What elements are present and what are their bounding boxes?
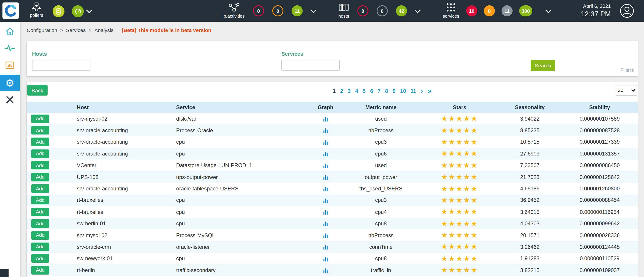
add-button[interactable]: Add <box>31 254 49 263</box>
business-activities-chevron-down-icon[interactable] <box>310 7 316 13</box>
graph-icon[interactable] <box>323 186 328 192</box>
add-button[interactable]: Add <box>31 219 49 228</box>
graph-icon[interactable] <box>323 209 328 215</box>
sidebar-item-monitoring[interactable] <box>0 40 20 56</box>
add-button[interactable]: Add <box>31 161 49 170</box>
graph-cell[interactable] <box>310 244 341 250</box>
page-link-5[interactable]: 5 <box>362 88 366 94</box>
page-link-8[interactable]: 8 <box>385 88 388 94</box>
graph-cell[interactable] <box>310 186 341 192</box>
poller-latency-status[interactable] <box>52 5 64 17</box>
topbar-services[interactable]: services <box>440 2 462 18</box>
next-page-icon[interactable]: › <box>421 88 423 93</box>
graph-icon[interactable] <box>323 244 328 250</box>
topbar-hosts[interactable]: hosts <box>334 2 354 18</box>
user-menu[interactable] <box>620 4 634 20</box>
service-cell: traffic-secondary <box>172 267 310 274</box>
graph-cell[interactable] <box>310 127 341 134</box>
services-filter-input[interactable] <box>281 60 340 71</box>
service-cell: cpu <box>172 139 310 145</box>
page-link-11[interactable]: 11 <box>410 88 416 94</box>
service-cell: ups-output-power <box>172 174 310 180</box>
host-cell: UPS-108 <box>74 174 172 180</box>
add-button[interactable]: Add <box>31 196 49 205</box>
add-button[interactable]: Add <box>31 208 49 216</box>
back-button[interactable]: Back <box>27 85 48 96</box>
graph-cell[interactable] <box>310 267 341 274</box>
page-link-10[interactable]: 10 <box>400 88 406 94</box>
hosts-filter-input[interactable] <box>32 60 90 71</box>
centreon-logo[interactable] <box>2 2 19 19</box>
sidebar-item-administration[interactable] <box>0 91 20 108</box>
table-row: Add srv-oracle-crm oracle-listener connT… <box>27 241 638 253</box>
graph-cell[interactable] <box>310 197 341 204</box>
topbar-business-activities[interactable]: b.activities <box>217 2 251 18</box>
graph-cell[interactable] <box>310 162 341 169</box>
graph-icon[interactable] <box>323 139 328 145</box>
status-badge[interactable]: 300 <box>519 5 532 16</box>
page-link-7[interactable]: 7 <box>378 88 380 94</box>
graph-cell[interactable] <box>310 220 341 227</box>
sidebar-collapse-button[interactable] <box>0 269 9 277</box>
add-button[interactable]: Add <box>31 126 49 135</box>
graph-icon[interactable] <box>323 174 328 180</box>
status-badge[interactable]: 8 <box>484 5 495 16</box>
add-button[interactable]: Add <box>31 266 49 275</box>
stability-cell: 0.000000131357 <box>561 151 638 157</box>
add-button[interactable]: Add <box>31 149 49 158</box>
status-badge[interactable]: 0 <box>272 5 284 16</box>
sidebar-item-home[interactable] <box>0 23 20 40</box>
services-chevron-down-icon[interactable] <box>546 7 551 13</box>
last-page-icon[interactable]: » <box>428 88 431 93</box>
page-size-select[interactable]: 30 <box>616 85 637 96</box>
graph-cell[interactable] <box>310 174 341 180</box>
add-button[interactable]: Add <box>31 114 49 123</box>
graph-icon[interactable] <box>323 221 328 227</box>
status-badge[interactable]: 42 <box>396 5 407 16</box>
graph-icon[interactable] <box>323 268 328 274</box>
status-badge[interactable]: 11 <box>502 5 513 16</box>
graph-icon[interactable] <box>323 151 328 157</box>
graph-icon[interactable] <box>323 116 328 122</box>
topbar-pollers[interactable]: pollers <box>26 2 47 18</box>
graph-cell[interactable] <box>310 232 341 239</box>
add-button[interactable]: Add <box>31 173 49 181</box>
graph-cell[interactable] <box>310 255 341 262</box>
status-badge[interactable]: 10 <box>466 5 478 16</box>
page-link-4[interactable]: 4 <box>355 88 358 94</box>
add-button[interactable]: Add <box>31 138 49 146</box>
graph-icon[interactable] <box>323 198 328 204</box>
page-link-9[interactable]: 9 <box>392 88 396 94</box>
poller-state-status[interactable] <box>72 5 84 17</box>
metric-name-cell: cpu8 <box>341 220 421 227</box>
add-button[interactable]: Add <box>31 231 49 240</box>
page-link-3[interactable]: 3 <box>348 88 351 94</box>
breadcrumb-configuration[interactable]: Configuration <box>27 27 57 33</box>
status-badge[interactable]: 0 <box>358 5 368 16</box>
filters-toggle[interactable]: Filters <box>620 67 634 73</box>
status-badge[interactable]: 0 <box>253 5 264 16</box>
graph-cell[interactable] <box>310 139 341 145</box>
page-link-2[interactable]: 2 <box>340 88 343 94</box>
graph-cell[interactable] <box>310 209 341 215</box>
graph-icon[interactable] <box>323 256 328 262</box>
page-link-6[interactable]: 6 <box>370 88 373 94</box>
search-button[interactable]: Search <box>531 60 555 71</box>
sidebar-item-reporting[interactable] <box>0 57 20 73</box>
graph-icon[interactable] <box>323 163 328 169</box>
status-badge[interactable]: 0 <box>377 5 388 16</box>
hosts-chevron-down-icon[interactable] <box>415 7 420 13</box>
breadcrumb-services[interactable]: Services <box>66 27 86 33</box>
pollers-chevron-down-icon[interactable] <box>86 7 92 13</box>
add-button[interactable]: Add <box>31 184 49 193</box>
status-badge[interactable]: 11 <box>292 5 303 16</box>
graph-icon[interactable] <box>323 128 328 134</box>
services-icon <box>446 2 456 12</box>
graph-cell[interactable] <box>310 150 341 157</box>
seasonality-cell: 4.04303 <box>498 220 561 227</box>
sidebar-item-configuration[interactable]: ⚙ <box>0 75 20 91</box>
graph-cell[interactable] <box>310 115 341 122</box>
add-button[interactable]: Add <box>31 243 49 251</box>
page-link-1[interactable]: 1 <box>333 88 336 94</box>
graph-icon[interactable] <box>323 233 328 239</box>
